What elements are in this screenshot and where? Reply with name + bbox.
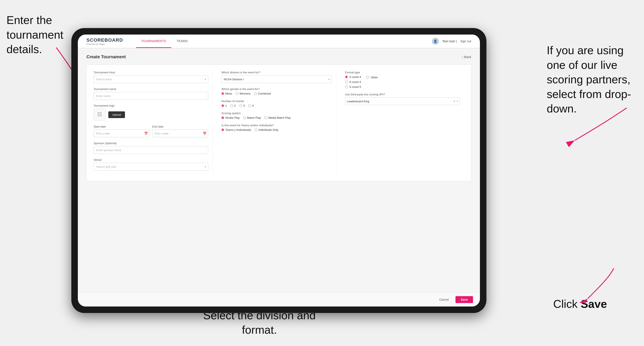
calendar-icon-end: 📅 [203, 132, 206, 135]
user-avatar: 👤 [432, 38, 439, 45]
tournament-logo-label: Tournament logo [94, 104, 208, 107]
live-scoring-dropdown[interactable]: Leaderboard King ✕ ▾ [345, 97, 460, 105]
venue-input[interactable] [94, 163, 208, 171]
gender-combined[interactable]: Combined [254, 92, 271, 95]
app-container: SCOREBOARD Powered by Clippd TOURNAMENTS… [78, 34, 480, 307]
live-scoring-label: Use third-party live scoring API? [345, 93, 460, 96]
tab-teams[interactable]: TEAMS [171, 34, 193, 48]
gender-womens[interactable]: Womens [236, 92, 250, 95]
tournament-name-input[interactable] [94, 92, 208, 100]
format-other[interactable]: Other [366, 76, 378, 79]
form-col-2: Which division is the event for? NCAA Di… [217, 71, 336, 175]
form-col-3: Format type 5 count 4 [341, 71, 464, 175]
page-content: Create Tournament Back Tournament Host [78, 48, 480, 293]
venue-group: Venue [94, 158, 208, 171]
nav-tabs: TOURNAMENTS TEAMS [136, 34, 193, 48]
division-select[interactable]: NCAA Division I [221, 75, 332, 83]
tablet-frame: SCOREBOARD Powered by Clippd TOURNAMENTS… [71, 28, 486, 313]
start-date-group: Start date 📅 [94, 125, 150, 137]
annotation-save: Click Save [553, 297, 635, 312]
teams-individuals[interactable]: Individuals Only [255, 128, 278, 132]
scoring-label: Scoring system [221, 112, 332, 115]
teams-label: Is this event for Teams and/or Individua… [221, 124, 332, 127]
live-scoring-group: Use third-party live scoring API? Leader… [345, 93, 460, 105]
sponsor-group: Sponsor (optional) [94, 142, 208, 154]
date-row: Start date 📅 End date 📅 [94, 125, 208, 137]
brand-title: SCOREBOARD [86, 37, 123, 43]
rounds-3[interactable]: 3 [239, 104, 245, 107]
rounds-label: Number of rounds [221, 100, 332, 103]
form-footer: Cancel Save [78, 293, 480, 307]
teams-group: Is this event for Teams and/or Individua… [221, 124, 332, 132]
brand-subtitle: Powered by Clippd [86, 43, 123, 45]
rounds-1[interactable]: 1 [221, 104, 227, 107]
start-date-input[interactable] [94, 130, 150, 137]
tournament-name-group: Tournament name [94, 87, 208, 100]
gender-label: Which gender is the event for? [221, 87, 332, 91]
logo-placeholder: 🖼 [94, 109, 106, 121]
navbar: SCOREBOARD Powered by Clippd TOURNAMENTS… [78, 34, 480, 48]
format-group: Format type 5 count 4 [345, 71, 460, 88]
cancel-button[interactable]: Cancel [435, 296, 453, 303]
tournament-name-label: Tournament name [94, 87, 208, 91]
scoring-medal[interactable]: Medal Match Play [264, 116, 290, 119]
tablet-screen: SCOREBOARD Powered by Clippd TOURNAMENTS… [78, 34, 480, 307]
tournament-host-input[interactable] [94, 75, 208, 83]
page-title: Create Tournament [86, 54, 126, 59]
division-label: Which division is the event for? [221, 71, 332, 74]
scoring-match[interactable]: Match Play [243, 116, 261, 119]
upload-button[interactable]: Upload [108, 111, 125, 118]
annotation-live-scoring: If you are using one of our live scoring… [547, 43, 638, 116]
sponsor-input[interactable] [94, 146, 208, 154]
tab-tournaments[interactable]: TOURNAMENTS [136, 34, 172, 48]
scoring-radio-group: Stroke Play Match Play Medal Match Play [221, 116, 332, 119]
rounds-group: Number of rounds 1 2 3 [221, 100, 332, 107]
form-container: Tournament Host Tournament name Tourname… [86, 65, 471, 181]
rounds-4[interactable]: 4 [248, 104, 254, 107]
save-button[interactable]: Save [456, 296, 473, 303]
tournament-host-label: Tournament Host [94, 71, 208, 74]
logo-area: 🖼 Upload [94, 109, 208, 121]
end-date-group: End date 📅 [152, 125, 208, 137]
back-link[interactable]: Back [462, 55, 471, 59]
sign-out-link[interactable]: Sign out [460, 39, 471, 43]
sponsor-label: Sponsor (optional) [94, 142, 208, 145]
format-6count4[interactable]: 6 count 4 [345, 80, 361, 84]
user-name: Test User | [442, 39, 457, 43]
format-options-row: 5 count 4 6 count 4 6 coun [345, 75, 460, 88]
gender-group: Which gender is the event for? Mens Wome… [221, 87, 332, 95]
live-scoring-clear-icon[interactable]: ✕ [453, 100, 456, 103]
teams-teams[interactable]: Teams (+Individuals) [221, 128, 251, 132]
nav-right: 👤 Test User | Sign out [432, 38, 471, 45]
scoring-stroke[interactable]: Stroke Play [221, 116, 240, 119]
end-date-input[interactable] [152, 130, 208, 137]
format-6count5[interactable]: 6 count 5 [345, 85, 361, 88]
format-label: Format type [345, 71, 460, 74]
end-date-label: End date [152, 125, 208, 128]
start-date-label: Start date [94, 125, 150, 128]
scoring-group: Scoring system Stroke Play Match Play Me… [221, 112, 332, 119]
format-options: 5 count 4 6 count 4 6 coun [345, 75, 460, 88]
calendar-icon-start: 📅 [144, 132, 148, 135]
live-scoring-value: Leaderboard King [347, 100, 453, 103]
brand: SCOREBOARD Powered by Clippd [86, 37, 123, 45]
tournament-host-group: Tournament Host [94, 71, 208, 83]
annotation-tournament-details: Enter the tournament details. [6, 13, 76, 57]
teams-radio-group: Teams (+Individuals) Individuals Only [221, 128, 332, 132]
tournament-logo-group: Tournament logo 🖼 Upload [94, 104, 208, 121]
gender-radio-group: Mens Womens Combined [221, 92, 332, 95]
rounds-2[interactable]: 2 [230, 104, 236, 107]
venue-label: Venue [94, 158, 208, 162]
form-col-1: Tournament Host Tournament name Tourname… [94, 71, 213, 175]
live-scoring-chevron-icon: ▾ [456, 100, 458, 103]
division-group: Which division is the event for? NCAA Di… [221, 71, 332, 83]
gender-mens[interactable]: Mens [221, 92, 232, 95]
format-5count4[interactable]: 5 count 4 [345, 75, 361, 79]
rounds-radio-group: 1 2 3 4 [221, 104, 332, 107]
create-header: Create Tournament Back [86, 54, 471, 59]
